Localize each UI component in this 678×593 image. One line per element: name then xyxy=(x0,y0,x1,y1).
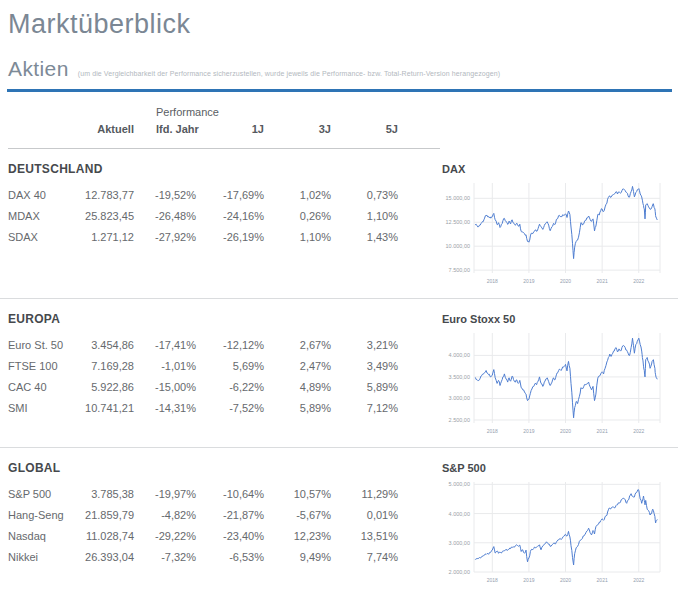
row-value: 2,47% xyxy=(272,356,339,377)
row-value: 2,67% xyxy=(272,335,339,356)
row-value: 4,89% xyxy=(272,377,339,398)
svg-text:5.000,00: 5.000,00 xyxy=(449,481,470,487)
row-label: Nikkei xyxy=(8,547,76,568)
table-row: FTSE 1007.169,28-1,01%5,69%2,47%3,49% xyxy=(8,356,438,377)
market-overview-page: Marktüberblick Aktien (um die Vergleichb… xyxy=(0,0,678,593)
column-header-3j: 3J xyxy=(272,120,339,138)
row-label: Nasdaq xyxy=(8,526,76,547)
row-label: Hang-Seng xyxy=(8,505,76,526)
row-value: -21,87% xyxy=(204,505,272,526)
chart-title-euro-stoxx-50: Euro Stoxx 50 xyxy=(442,313,664,326)
row-value: -24,16% xyxy=(204,206,272,227)
row-value: -4,82% xyxy=(142,505,204,526)
group-title-deutschland: DEUTSCHLAND xyxy=(8,162,438,176)
svg-text:2.000,00: 2.000,00 xyxy=(449,569,470,575)
svg-text:2019: 2019 xyxy=(523,577,534,583)
svg-text:2022: 2022 xyxy=(633,278,644,284)
svg-text:2018: 2018 xyxy=(487,278,498,284)
row-value: -19,52% xyxy=(142,185,204,206)
table-row: Hang-Seng21.859,79-4,82%-21,87%-5,67%0,0… xyxy=(8,505,438,526)
svg-text:2019: 2019 xyxy=(523,278,534,284)
table-row: Euro St. 503.454,86-17,41%-12,12%2,67%3,… xyxy=(8,335,438,356)
section-europa: EUROPA Euro St. 503.454,86-17,41%-12,12%… xyxy=(0,298,678,447)
row-value: -17,69% xyxy=(204,185,272,206)
chart-title-sp500: S&P 500 xyxy=(442,462,664,475)
row-value: 1,10% xyxy=(339,206,406,227)
row-label: SDAX xyxy=(8,227,76,248)
row-value: 13,51% xyxy=(339,526,406,547)
row-value: -29,22% xyxy=(142,526,204,547)
row-value: -27,92% xyxy=(142,227,204,248)
row-value: 11,29% xyxy=(339,484,406,505)
svg-text:3.000,00: 3.000,00 xyxy=(449,395,470,401)
svg-text:7.500,00: 7.500,00 xyxy=(449,267,470,273)
row-value: 1.271,12 xyxy=(76,227,142,248)
row-label: S&P 500 xyxy=(8,484,76,505)
table-row: Nasdaq11.028,74-29,22%-23,40%12,23%13,51… xyxy=(8,526,438,547)
svg-text:2020: 2020 xyxy=(560,577,571,583)
svg-text:2021: 2021 xyxy=(597,278,608,284)
row-value: 9,49% xyxy=(272,547,339,568)
table-row: SMI10.741,21-14,31%-7,52%5,89%7,12% xyxy=(8,398,438,419)
svg-text:2021: 2021 xyxy=(597,428,608,434)
table-header: Performance Aktuell lfd. Jahr 1J 3J 5J xyxy=(8,104,440,149)
accent-divider xyxy=(7,89,672,92)
row-value: -26,48% xyxy=(142,206,204,227)
sp500-chart: 5.000,004.000,003.000,002.000,0020182019… xyxy=(438,478,664,588)
svg-text:2020: 2020 xyxy=(560,428,571,434)
row-label: FTSE 100 xyxy=(8,356,76,377)
row-value: 26.393,04 xyxy=(76,547,142,568)
row-value: 0,26% xyxy=(272,206,339,227)
column-header-5j: 5J xyxy=(339,120,406,138)
chart-title-dax: DAX xyxy=(442,163,664,176)
section-header: Aktien (um die Vergleichbarkeit der Perf… xyxy=(8,57,678,81)
svg-text:2.500,00: 2.500,00 xyxy=(449,417,470,423)
svg-text:2022: 2022 xyxy=(633,577,644,583)
svg-text:4.000,00: 4.000,00 xyxy=(449,352,470,358)
row-value: -10,64% xyxy=(204,484,272,505)
row-value: -5,67% xyxy=(272,505,339,526)
svg-text:15.000,00: 15.000,00 xyxy=(446,195,470,201)
row-label: CAC 40 xyxy=(8,377,76,398)
row-value: 3,21% xyxy=(339,335,406,356)
section-deutschland: DEUTSCHLAND DAX 4012.783,77-19,52%-17,69… xyxy=(0,149,678,298)
row-value: 3,49% xyxy=(339,356,406,377)
row-value: -12,12% xyxy=(204,335,272,356)
row-value: 5.922,86 xyxy=(76,377,142,398)
row-value: 0,73% xyxy=(339,185,406,206)
row-value: 5,89% xyxy=(339,377,406,398)
section-title: Aktien xyxy=(8,57,69,81)
row-label: MDAX xyxy=(8,206,76,227)
table-row: SDAX1.271,12-27,92%-26,19%1,10%1,43% xyxy=(8,227,438,248)
svg-text:2018: 2018 xyxy=(487,577,498,583)
performance-group-header: Performance xyxy=(142,104,204,120)
row-value: 3.785,38 xyxy=(76,484,142,505)
row-label: DAX 40 xyxy=(8,185,76,206)
row-value: -1,01% xyxy=(142,356,204,377)
row-value: 5,89% xyxy=(272,398,339,419)
row-value: -6,22% xyxy=(204,377,272,398)
svg-text:10.000,00: 10.000,00 xyxy=(446,243,470,249)
row-value: 7,74% xyxy=(339,547,406,568)
row-value: 25.823,45 xyxy=(76,206,142,227)
row-value: 10,57% xyxy=(272,484,339,505)
table-row: DAX 4012.783,77-19,52%-17,69%1,02%0,73% xyxy=(8,185,438,206)
table-row: S&P 5003.785,38-19,97%-10,64%10,57%11,29… xyxy=(8,484,438,505)
section-global: GLOBAL S&P 5003.785,38-19,97%-10,64%10,5… xyxy=(0,447,678,593)
global-rows: S&P 5003.785,38-19,97%-10,64%10,57%11,29… xyxy=(8,484,438,568)
row-value: -14,31% xyxy=(142,398,204,419)
row-value: 7,12% xyxy=(339,398,406,419)
row-value: -19,97% xyxy=(142,484,204,505)
svg-text:2018: 2018 xyxy=(487,428,498,434)
row-value: 12.783,77 xyxy=(76,185,142,206)
deutschland-rows: DAX 4012.783,77-19,52%-17,69%1,02%0,73%M… xyxy=(8,185,438,248)
group-title-europa: EUROPA xyxy=(8,312,438,326)
column-header-lfd-jahr: lfd. Jahr xyxy=(142,120,204,138)
row-value: -17,41% xyxy=(142,335,204,356)
row-value: 0,01% xyxy=(339,505,406,526)
row-value: -15,00% xyxy=(142,377,204,398)
row-value: 5,69% xyxy=(204,356,272,377)
row-value: 1,10% xyxy=(272,227,339,248)
euro-stoxx-50-chart: 4.000,003.500,003.000,002.500,0020182019… xyxy=(438,329,664,439)
row-value: 21.859,79 xyxy=(76,505,142,526)
